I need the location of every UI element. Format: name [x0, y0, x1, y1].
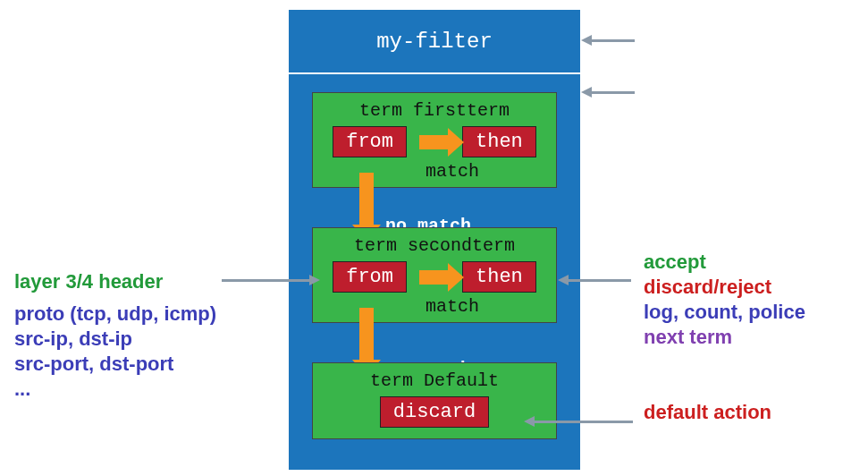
annotation-arrow-icon	[533, 421, 633, 423]
annotation-arrow-icon	[590, 39, 635, 42]
term-default: term Default discard	[312, 362, 557, 439]
note-layer-header: layer 3/4 header	[14, 270, 282, 293]
filter-container: my-filter term firstterm from then match…	[288, 9, 581, 471]
from-box: from	[333, 261, 407, 293]
note-srcdstport: src-port, dst-port	[14, 353, 282, 376]
arrow-from-to-then-icon	[419, 135, 450, 149]
filter-header: my-filter	[289, 10, 580, 72]
note-log-count: log, count, police	[644, 301, 858, 324]
note-proto: proto (tcp, udp, icmp)	[14, 302, 282, 326]
term-name: term firstterm	[322, 100, 547, 121]
term-row: from then	[322, 126, 547, 157]
term-name: term Default	[322, 370, 547, 391]
term-firstterm: term firstterm from then match	[312, 92, 557, 188]
filter-title: my-filter	[376, 30, 493, 54]
note-next-term: next term	[644, 326, 858, 349]
right-annotations: accept discard/reject log, count, police…	[644, 249, 858, 426]
annotation-arrow-icon	[567, 279, 631, 282]
then-box: then	[462, 126, 536, 157]
left-annotations: layer 3/4 header proto (tcp, udp, icmp) …	[14, 268, 282, 403]
discard-box: discard	[380, 396, 489, 428]
from-box: from	[333, 126, 407, 157]
note-accept: accept	[644, 251, 858, 274]
term-row: discard	[322, 396, 547, 428]
arrow-down-icon	[359, 308, 374, 361]
arrow-down-icon	[359, 173, 374, 226]
term-secondterm: term secondterm from then match	[312, 227, 557, 323]
annotation-arrow-icon	[590, 91, 635, 94]
note-discard-reject: discard/reject	[644, 276, 858, 299]
match-label: match	[358, 296, 547, 317]
term-name: term secondterm	[322, 235, 547, 256]
note-default-action: default action	[644, 401, 858, 424]
arrow-from-to-then-icon	[419, 270, 450, 285]
then-box: then	[462, 261, 536, 293]
note-srcdstip: src-ip, dst-ip	[14, 327, 282, 351]
filter-body: term firstterm from then match no match …	[289, 74, 580, 452]
note-ellipsis: ...	[14, 378, 282, 401]
match-label: match	[358, 161, 547, 182]
term-row: from then	[322, 261, 547, 293]
